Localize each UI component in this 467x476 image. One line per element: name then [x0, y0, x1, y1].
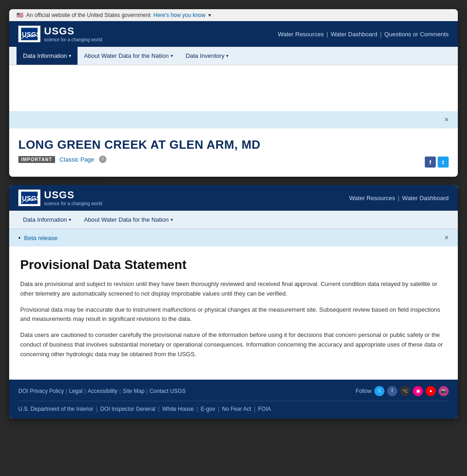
- water-dashboard-link-top[interactable]: Water Dashboard: [331, 31, 377, 38]
- facebook-footer-icon[interactable]: f: [387, 386, 397, 396]
- egov-link[interactable]: E-gov: [201, 406, 215, 412]
- close-beta[interactable]: ×: [445, 234, 449, 242]
- nav-caret-b2: ▾: [171, 217, 173, 222]
- nav-caret-2: ▾: [171, 53, 173, 58]
- page-meta: IMPORTANT Classic Page ?: [18, 156, 449, 163]
- github-footer-icon[interactable]: ⌥: [400, 386, 410, 396]
- nav-caret-b1: ▾: [69, 217, 71, 222]
- water-dashboard-link-bottom[interactable]: Water Dashboard: [402, 195, 449, 202]
- svg-text:USGS: USGS: [22, 195, 38, 202]
- navbar-bottom: Data Information ▾ About Water Data for …: [9, 211, 458, 229]
- usgs-header-bottom: USGS USGS science for a changing world W…: [9, 185, 458, 211]
- contact-usgs-link[interactable]: Contact USGS: [150, 388, 186, 394]
- usgs-logo-top[interactable]: USGS USGS science for a changing world: [18, 26, 102, 42]
- twitter-icon[interactable]: t: [438, 157, 449, 168]
- gov-banner-text: An official website of the United States…: [26, 12, 150, 18]
- usgs-header-top: USGS USGS science for a changing world W…: [9, 21, 458, 47]
- usgs-tagline-top: science for a changing world: [44, 37, 102, 42]
- nav-data-information-2[interactable]: Data Information ▾: [17, 211, 78, 229]
- page-title-top: LONG GREEN CREEK AT GLEN ARM, MD: [18, 138, 449, 152]
- close-alert-top[interactable]: ×: [445, 116, 449, 124]
- twitter-footer-icon[interactable]: 𝕏: [374, 386, 384, 396]
- usgs-logo-box-2: USGS: [18, 190, 40, 206]
- flickr-footer-icon[interactable]: ▣: [413, 386, 423, 396]
- white-house-link[interactable]: White House: [162, 406, 194, 412]
- footer-social: Follow 𝕏 f ⌥ ▣ ● 📷: [356, 386, 449, 396]
- nav-data-information[interactable]: Data Information ▾: [17, 47, 78, 65]
- footer-row2: U.S. Department of the Interior | DOI In…: [18, 406, 449, 412]
- navbar-container-top: Data Information ▾ About Water Data for …: [9, 47, 458, 177]
- provisional-para1: Data are provisional and subject to revi…: [20, 280, 447, 299]
- nav-about-water[interactable]: About Water Data for the Nation ▾: [78, 47, 179, 65]
- provisional-content: Provisional Data Statement Data are prov…: [9, 246, 458, 380]
- classic-page-link[interactable]: Classic Page: [60, 156, 95, 163]
- usgs-logo-bottom[interactable]: USGS USGS science for a changing world: [18, 190, 102, 206]
- footer-row1: DOI Privacy Policy | Legal | Accessibili…: [18, 386, 449, 401]
- beta-release-link[interactable]: Beta release: [24, 235, 58, 241]
- flag-icon: 🇺🇸: [17, 12, 23, 18]
- alert-banner-top: ×: [9, 111, 458, 129]
- footer-links: DOI Privacy Policy | Legal | Accessibili…: [18, 388, 186, 394]
- site-map-link[interactable]: Site Map: [122, 388, 144, 394]
- foia-link[interactable]: FOIA: [258, 406, 271, 412]
- instagram-footer-icon[interactable]: 📷: [439, 386, 449, 396]
- nav-about-water-2[interactable]: About Water Data for the Nation ▾: [78, 211, 179, 229]
- navbar-top: Data Information ▾ About Water Data for …: [9, 47, 458, 65]
- bottom-card: USGS USGS science for a changing world W…: [9, 185, 458, 419]
- caret-icon: ▾: [208, 12, 211, 18]
- bullet-dot: •: [18, 235, 21, 241]
- provisional-para2: Provisional data may be inaccurate due t…: [20, 305, 447, 325]
- provisional-para3: Data users are cautioned to consider car…: [20, 330, 447, 359]
- top-card: 🇺🇸 An official website of the United Sta…: [9, 9, 458, 177]
- beta-bullet: • Beta release: [18, 235, 58, 241]
- question-mark-icon: ?: [99, 156, 106, 163]
- usgs-wave-icon: USGS: [21, 28, 38, 40]
- doi-link[interactable]: U.S. Department of the Interior: [18, 406, 93, 412]
- nav-data-inventory[interactable]: Data Inventory ▾: [179, 47, 235, 65]
- follow-label: Follow: [356, 388, 372, 394]
- svg-text:USGS: USGS: [22, 31, 38, 38]
- usgs-name: USGS: [44, 26, 102, 36]
- nav-caret-1: ▾: [69, 53, 71, 58]
- gov-banner: 🇺🇸 An official website of the United Sta…: [9, 9, 458, 21]
- footer: DOI Privacy Policy | Legal | Accessibili…: [9, 380, 458, 419]
- heres-how-link[interactable]: Here's how you know: [153, 12, 206, 18]
- usgs-tagline-bottom: science for a changing world: [44, 201, 102, 206]
- legal-link[interactable]: Legal: [69, 388, 82, 394]
- important-badge: IMPORTANT: [18, 156, 55, 163]
- usgs-logo-box: USGS: [18, 26, 40, 42]
- water-resources-link-top[interactable]: Water Resources: [278, 31, 324, 38]
- accessibility-link[interactable]: Accessibility: [88, 388, 117, 394]
- usgs-wave-icon-2: USGS: [21, 191, 38, 204]
- header-nav-top: Water Resources | Water Dashboard | Ques…: [278, 31, 449, 38]
- facebook-icon[interactable]: f: [425, 157, 436, 168]
- provisional-title: Provisional Data Statement: [20, 258, 447, 272]
- no-fear-act-link[interactable]: No Fear Act: [222, 406, 251, 412]
- questions-comments-link[interactable]: Questions or Comments: [384, 31, 449, 38]
- doi-inspector-link[interactable]: DOI Inspector General: [100, 406, 156, 412]
- header-nav-bottom: Water Resources | Water Dashboard: [349, 195, 449, 202]
- page-content-top: LONG GREEN CREEK AT GLEN ARM, MD IMPORTA…: [9, 129, 458, 177]
- beta-banner: • Beta release ×: [9, 229, 458, 246]
- doi-privacy-link[interactable]: DOI Privacy Policy: [18, 388, 64, 394]
- usgs-name-2: USGS: [44, 190, 102, 200]
- water-resources-link-bottom[interactable]: Water Resources: [349, 195, 395, 202]
- social-icons-top: f t: [425, 157, 449, 168]
- youtube-footer-icon[interactable]: ●: [426, 386, 436, 396]
- nav-caret-3: ▾: [226, 53, 228, 58]
